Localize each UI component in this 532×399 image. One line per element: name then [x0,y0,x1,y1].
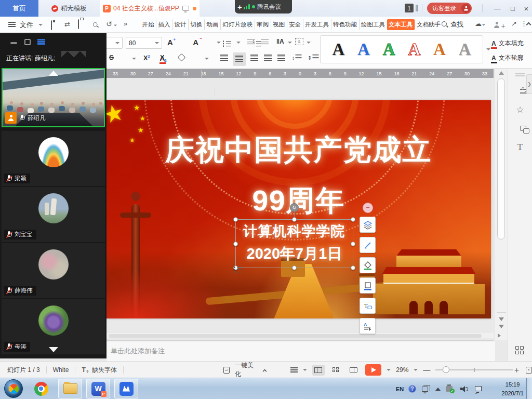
caret-icon[interactable] [288,42,292,44]
more-commands-icon[interactable]: » [124,20,127,28]
text-style-preset[interactable]: A [383,40,395,59]
select-text-tool-button[interactable]: A [360,318,376,334]
zoom-slider[interactable] [435,365,508,375]
ribbon-tab[interactable]: 审阅 [255,19,271,30]
save-button[interactable] [51,21,52,30]
ribbon-tab[interactable]: 切换 [188,19,204,30]
increase-indent-button[interactable] [261,39,269,45]
ribbon-tab[interactable]: 安全 [287,19,303,30]
scroll-up-arrow-icon[interactable] [499,71,504,75]
restore-button[interactable]: □ [506,0,520,17]
taskbar-meeting-button[interactable] [114,379,138,398]
close-button[interactable]: × [520,0,532,17]
zoom-slider-knob[interactable] [443,366,449,373]
help-tray-icon[interactable]: ? [408,378,416,399]
tab-home[interactable]: 首页 [0,0,38,17]
find-button[interactable]: 查找 [442,20,463,29]
tab-document[interactable]: P 04 社会主义核...值观PPT模板1 [100,0,200,17]
text-style-preset[interactable]: A [408,40,420,59]
tray-caret-icon[interactable] [423,392,427,399]
slide-sorter-view-button[interactable] [330,365,342,376]
ribbon-tab[interactable]: 绘图工具 [359,19,387,30]
zoom-caret-icon[interactable] [414,369,418,371]
rotate-handle[interactable]: ↻ [290,203,299,212]
decrease-font-button[interactable]: A− [193,38,198,47]
guest-login-button[interactable]: 访客登录 [427,3,472,14]
fit-slide-button[interactable] [526,367,532,374]
scroll-right-arrow-icon[interactable] [498,334,501,338]
effects-star-icon[interactable]: ☆ [516,104,524,115]
text-style-preset[interactable]: A [357,40,370,59]
tab-template[interactable]: 稻壳模板 [38,0,100,17]
scroll-up-icon[interactable] [49,71,58,76]
bullet-list-button[interactable] [223,40,231,46]
ribbon-tab[interactable]: 特色功能 [331,19,359,30]
text-direction-button[interactable]: ‖A [276,38,284,45]
slide-subtitle-line2[interactable]: 2020年7月1日 [236,244,353,264]
vertical-scrollbar[interactable] [495,69,508,340]
participant-video-active[interactable]: 薛绍凡 [2,68,105,127]
paragraph-box-button[interactable]: ≡ [295,38,303,45]
theme-name[interactable]: White [53,366,69,374]
text-panel-icon[interactable]: T [517,142,523,152]
print-preview-button[interactable] [92,21,99,31]
zoom-level[interactable]: 29% [396,366,408,374]
ribbon-tab[interactable]: 文本工具 [387,19,415,30]
network-tray-icon[interactable] [474,378,481,399]
undo-button[interactable]: ↺ [106,20,117,28]
next-slide-icon[interactable] [499,325,504,328]
zoom-out-button[interactable]: — [423,366,430,374]
shape-fill-tool-button[interactable] [360,257,376,273]
taskbar-wps-button[interactable]: WP [86,379,110,398]
add-user-icon[interactable]: ＋ [494,21,507,31]
ribbon-tab[interactable]: 开发工具 [303,19,331,30]
ribbon-tab[interactable]: 动画 [204,19,220,30]
taskbar-chrome-button[interactable] [29,379,53,398]
notes-toggle-icon[interactable] [290,367,298,373]
clear-format-button[interactable] [178,54,186,62]
text-style-preset[interactable]: A [332,40,344,59]
resize-handle[interactable] [233,217,238,222]
resize-handle[interactable] [292,265,297,270]
slide-canvas[interactable]: ★ ★ ★ ★ ★ 庆祝中国共产党成立 99周年 [107,100,491,318]
print-button[interactable] [78,20,79,29]
scroll-down-icon[interactable] [49,347,58,352]
volume-tray-icon[interactable] [460,378,468,399]
participant-video[interactable]: 刘宝宝 [2,187,105,242]
horizontal-scrollbar[interactable] [107,333,494,338]
caret-icon[interactable] [307,42,311,44]
subscript-button[interactable]: X2 [160,54,167,63]
hamburger-icon[interactable] [8,22,16,27]
previous-slide-icon[interactable] [499,317,504,321]
align-center-button[interactable] [233,52,246,66]
tencent-meeting-dragbar[interactable]: + 腾讯会议 [235,0,292,14]
scrollbar-thumb[interactable] [109,334,482,338]
zoom-in-button[interactable]: ＋ [513,365,521,375]
ribbon-tab[interactable]: 设计 [172,19,188,30]
missing-font-label[interactable]: 缺失字体 [92,366,117,375]
reading-view-button[interactable] [348,365,360,376]
minimize-button[interactable]: — [490,0,504,17]
file-caret-icon[interactable] [38,24,43,26]
ribbon-tab[interactable]: 插入 [156,19,172,30]
slide-grid-view-icon[interactable] [515,346,524,355]
participant-video[interactable]: 梁颖 [2,131,105,186]
meeting-minimize-icon[interactable] [10,42,17,44]
file-menu[interactable]: 文件 [20,20,33,30]
strikethrough-button[interactable]: S [109,54,114,61]
layers-tool-button[interactable] [360,217,376,233]
caret-icon[interactable] [205,58,209,60]
taskbar-explorer-button[interactable] [58,379,82,398]
distribute-button[interactable] [277,55,285,61]
scrollbar-thumb[interactable] [497,78,505,240]
output-button[interactable]: ⇄ [64,20,70,28]
text-style-preset[interactable]: A [459,40,471,59]
decrease-indent-button[interactable] [247,39,255,45]
caret-icon[interactable] [303,369,307,371]
line-spacing-button[interactable]: ↕ [292,54,302,61]
text-outline-button[interactable]: A文本轮廓 [491,54,524,62]
align-left-button[interactable] [220,55,228,61]
text-style-gallery[interactable]: AAAAAA [320,35,483,63]
slideshow-play-button[interactable] [365,364,381,376]
collapse-tools-button[interactable]: − [363,203,373,213]
